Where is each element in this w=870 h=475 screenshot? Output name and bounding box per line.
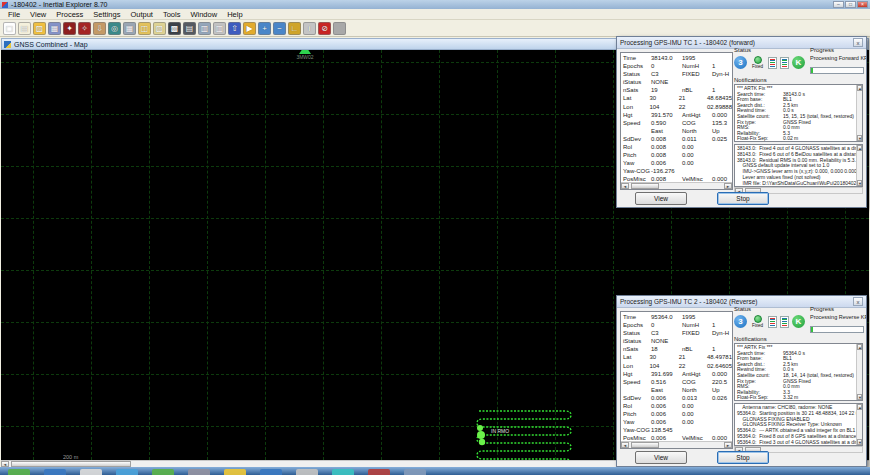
dialog-title: Processing GPS-IMU TC 1 - -180402 (forwa… <box>620 39 755 46</box>
scroll-down-icon[interactable]: ▼ <box>857 135 862 141</box>
dialog-processing-forward: Processing GPS-IMU TC 1 - -180402 (forwa… <box>616 36 867 208</box>
messages-scrollbar[interactable]: ▲ ▼ <box>856 404 862 445</box>
menu-item[interactable]: File <box>4 9 24 20</box>
zoom-out-icon[interactable]: − <box>273 22 286 35</box>
menu-item[interactable]: Help <box>223 9 246 20</box>
satellite-list-icon <box>780 57 789 69</box>
taskbar-item[interactable] <box>116 469 138 475</box>
current-position-blob <box>479 439 485 445</box>
scroll-right-icon[interactable]: ► <box>724 183 732 189</box>
view-coverage-icon[interactable]: ◎ <box>108 22 121 35</box>
map-window-title: GNSS Combined - Map <box>14 41 88 48</box>
taskbar-item[interactable] <box>80 469 102 475</box>
taskbar-item[interactable] <box>404 469 426 475</box>
scroll-right-icon[interactable]: ► <box>724 442 732 448</box>
scroll-down-icon[interactable]: ▼ <box>857 439 862 445</box>
close-icon[interactable]: × <box>857 1 868 8</box>
scroll-up-icon[interactable]: ▲ <box>857 85 862 91</box>
messages-scrollbar[interactable]: ▲ ▼ <box>856 145 862 186</box>
results-window-icon[interactable]: ▩ <box>168 22 181 35</box>
close-icon[interactable]: x <box>853 38 863 47</box>
download-data-icon[interactable]: ⇩ <box>93 22 106 35</box>
grid-line <box>381 50 382 460</box>
taskbar-item[interactable] <box>296 469 318 475</box>
close-icon[interactable]: x <box>853 297 863 306</box>
scroll-down-icon[interactable]: ▼ <box>857 394 862 400</box>
taskbar-item[interactable] <box>224 469 246 475</box>
scroll-up-icon[interactable]: ▲ <box>857 344 862 350</box>
convert-imu-icon[interactable]: ✧ <box>78 22 91 35</box>
stop-processing-icon[interactable]: ⊘ <box>318 22 331 35</box>
zoom-in-icon[interactable]: + <box>258 22 271 35</box>
taskbar-item[interactable] <box>152 469 174 475</box>
maximize-icon[interactable]: □ <box>845 1 856 8</box>
stop-button[interactable]: Stop <box>717 192 769 205</box>
measure-tool-icon[interactable]: ∟ <box>288 22 301 35</box>
scroll-down-icon[interactable]: ▼ <box>857 180 862 186</box>
taskbar-item[interactable] <box>368 469 390 475</box>
taskbar-item[interactable] <box>332 469 354 475</box>
base-station-marker[interactable]: 3MW02 <box>292 50 318 60</box>
notifications-list[interactable]: *** ARTK Fix *** Search time:38143.0 s F… <box>734 84 863 142</box>
taskbar-item[interactable] <box>44 469 66 475</box>
messages-list[interactable]: Antenna name: CHCI80, radome: NONE95364.… <box>734 403 863 446</box>
convert-gnss-icon[interactable]: ✦ <box>63 22 76 35</box>
windows-taskbar[interactable] <box>0 467 870 475</box>
stat-row: Yaw0.006 0.00 <box>623 418 732 426</box>
fixed-status-indicator: Fixed <box>750 56 765 69</box>
plan-view-alt-icon[interactable]: ▥ <box>213 22 226 35</box>
plan-view-icon[interactable]: ▥ <box>198 22 211 35</box>
notifications-list[interactable]: *** ARTK Fix *** Search time:95364.0 s F… <box>734 343 863 401</box>
grid-line <box>1 218 869 219</box>
kalman-filter-badge: K <box>792 315 805 328</box>
menu-item[interactable]: Settings <box>89 9 124 20</box>
open-folder-icon[interactable]: ▨ <box>33 22 46 35</box>
pointer-tool-icon[interactable]: ▶ <box>243 22 256 35</box>
stat-row: Time38143.0 1995 <box>623 54 732 62</box>
scroll-left-icon[interactable]: ◄ <box>621 183 629 189</box>
process-button-icon[interactable] <box>333 22 346 35</box>
export-wizard-icon[interactable]: ⇧ <box>228 22 241 35</box>
trajectory[interactable]: IN RMO <box>461 398 591 460</box>
stats-scrollbar[interactable]: ◄ ► <box>621 182 732 189</box>
raw-data-icon[interactable]: ▤ <box>183 22 196 35</box>
scroll-up-icon[interactable]: ▲ <box>857 404 862 410</box>
fixed-dot-icon <box>754 315 762 323</box>
minimize-icon[interactable]: – <box>833 1 844 8</box>
view-button[interactable]: View <box>635 192 687 205</box>
view-button[interactable]: View <box>635 451 687 464</box>
menu-item[interactable]: Tools <box>159 9 185 20</box>
notifications-scrollbar[interactable]: ▲ ▼ <box>856 85 862 141</box>
menu-item[interactable]: View <box>26 9 50 20</box>
scroll-left-icon[interactable]: ◄ <box>621 442 629 448</box>
satellite-list-icon <box>768 57 777 69</box>
satellite-list-icon <box>768 316 777 328</box>
taskbar-item[interactable] <box>188 469 210 475</box>
application-window: -180402 - Inertial Explorer 8.70 – □ × F… <box>0 0 870 475</box>
menu-item[interactable]: Output <box>126 9 157 20</box>
menu-item[interactable]: Process <box>52 9 87 20</box>
stat-row: East NorthUp <box>623 386 732 394</box>
observations-grid-icon[interactable]: ▦ <box>123 22 136 35</box>
stats-scrollbar[interactable]: ◄ ► <box>621 441 732 448</box>
notifications-scrollbar[interactable]: ▲ ▼ <box>856 344 862 400</box>
plot-results-icon[interactable]: ◫ <box>138 22 151 35</box>
menu-item[interactable]: Window <box>186 9 221 20</box>
info-tool-icon[interactable]: i <box>303 22 316 35</box>
messages-list[interactable]: 38143.0: Fixed 4 out of 4 GLONASS satell… <box>734 144 863 187</box>
fixed-dot-icon <box>754 56 762 64</box>
map-window-icon[interactable]: ▧ <box>153 22 166 35</box>
taskbar-item[interactable] <box>8 469 30 475</box>
new-project-icon[interactable]: ▢ <box>3 22 16 35</box>
status-icons: 3 Fixed K <box>734 56 805 69</box>
open-file-icon[interactable]: ▤ <box>18 22 31 35</box>
stop-button[interactable]: Stop <box>717 451 769 464</box>
scroll-up-icon[interactable]: ▲ <box>857 145 862 151</box>
stat-row: Lon104 2202.64605 <box>623 362 732 370</box>
station-label: 3MW02 <box>292 54 318 60</box>
stat-row: Epochs0 NumH1 <box>623 321 732 329</box>
save-project-icon[interactable]: ▦ <box>48 22 61 35</box>
progress-text: Processing Forward KF... <box>810 55 866 61</box>
stat-row: Pitch0.006 0.00 <box>623 410 732 418</box>
taskbar-item[interactable] <box>260 469 282 475</box>
